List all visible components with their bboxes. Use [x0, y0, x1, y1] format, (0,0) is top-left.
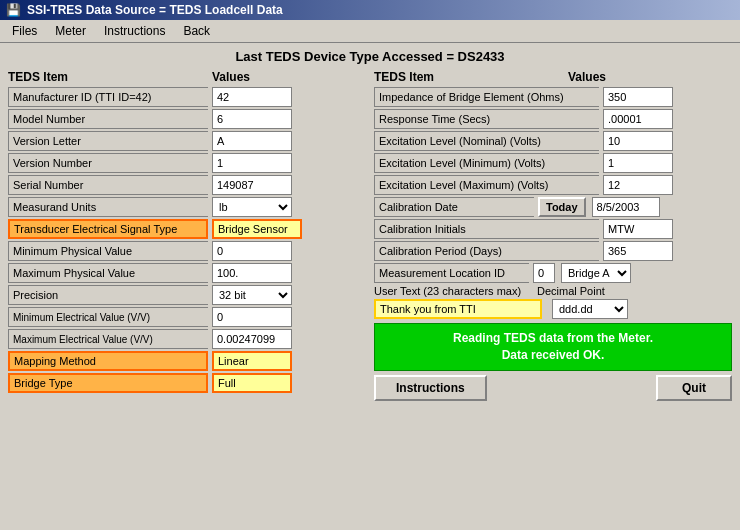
left-label-2: Version Letter — [8, 131, 208, 151]
right-val-0: 350 — [603, 87, 673, 107]
right-row-7: Calibration Period (Days) 365 — [374, 241, 732, 261]
main-content: Last TEDS Device Type Accessed = DS2433 … — [0, 43, 740, 407]
right-val-1: .00001 — [603, 109, 673, 129]
left-val-12: Linear — [212, 351, 292, 371]
columns: TEDS Item Values Manufacturer ID (TTI ID… — [8, 70, 732, 401]
user-text-row: User Text (23 characters max) Decimal Po… — [374, 285, 732, 297]
decimal-select[interactable]: ddd.dddd.dddd.dddd — [552, 299, 628, 319]
precision-select[interactable]: 32 bit16 bit — [212, 285, 292, 305]
measurand-units-select[interactable]: lbkgN — [212, 197, 292, 217]
left-header-item: TEDS Item — [8, 70, 208, 84]
meas-loc-select[interactable]: Bridge ABridge B — [561, 263, 631, 283]
decimal-point-label: Decimal Point — [537, 285, 627, 297]
right-val-3: 1 — [603, 153, 673, 173]
title-text: SSI-TRES Data Source = TEDS Loadcell Dat… — [27, 3, 283, 17]
menu-bar: Files Meter Instructions Back — [0, 20, 740, 43]
right-row-6: Calibration Initials MTW — [374, 219, 732, 239]
left-label-4: Serial Number — [8, 175, 208, 195]
left-label-3: Version Number — [8, 153, 208, 173]
menu-back[interactable]: Back — [175, 22, 218, 40]
right-row-1: Response Time (Secs) .00001 — [374, 109, 732, 129]
left-row-4: Serial Number 149087 — [8, 175, 366, 195]
right-header-value: Values — [568, 70, 732, 84]
left-row-3: Version Number 1 — [8, 153, 366, 173]
left-val-11: 0.00247099 — [212, 329, 292, 349]
left-row-0: Manufacturer ID (TTI ID=42) 42 — [8, 87, 366, 107]
left-val-1: 6 — [212, 109, 292, 129]
right-val-5: 8/5/2003 — [592, 197, 660, 217]
user-text-label: User Text (23 characters max) — [374, 285, 529, 297]
left-label-7: Minimum Physical Value — [8, 241, 208, 261]
left-label-6: Transducer Electrical Signal Type — [8, 219, 208, 239]
right-header-item: TEDS Item — [374, 70, 564, 84]
left-header-value: Values — [212, 70, 366, 84]
left-val-7: 0 — [212, 241, 292, 261]
meas-loc-id-val: 0 — [533, 263, 555, 283]
status-line2: Data received OK. — [381, 347, 725, 364]
left-label-0: Manufacturer ID (TTI ID=42) — [8, 87, 208, 107]
left-row-2: Version Letter A — [8, 131, 366, 151]
left-val-8: 100. — [212, 263, 292, 283]
menu-meter[interactable]: Meter — [47, 22, 94, 40]
status-message: Reading TEDS data from the Meter. Data r… — [374, 323, 732, 371]
left-col: TEDS Item Values Manufacturer ID (TTI ID… — [8, 70, 366, 401]
left-label-11: Maximum Electrical Value (V/V) — [8, 329, 208, 349]
left-row-1: Model Number 6 — [8, 109, 366, 129]
left-label-10: Minimum Electrical Value (V/V) — [8, 307, 208, 327]
left-label-9: Precision — [8, 285, 208, 305]
left-label-5: Measurand Units — [8, 197, 208, 217]
right-label-4: Excitation Level (Maximum) (Volts) — [374, 175, 599, 195]
left-val-13: Full — [212, 373, 292, 393]
title-bar: 💾 SSI-TRES Data Source = TEDS Loadcell D… — [0, 0, 740, 20]
status-line1: Reading TEDS data from the Meter. — [381, 330, 725, 347]
right-row-4: Excitation Level (Maximum) (Volts) 12 — [374, 175, 732, 195]
right-label-7: Calibration Period (Days) — [374, 241, 599, 261]
left-row-7: Minimum Physical Value 0 — [8, 241, 366, 261]
left-label-1: Model Number — [8, 109, 208, 129]
right-label-8: Measurement Location ID — [374, 263, 529, 283]
left-row-10: Minimum Electrical Value (V/V) 0 — [8, 307, 366, 327]
right-val-6: MTW — [603, 219, 673, 239]
right-row-3: Excitation Level (Minimum) (Volts) 1 — [374, 153, 732, 173]
left-header: TEDS Item Values — [8, 70, 366, 84]
user-text-input-row: ddd.dddd.dddd.dddd — [374, 299, 732, 319]
right-label-0: Impedance of Bridge Element (Ohms) — [374, 87, 599, 107]
right-label-3: Excitation Level (Minimum) (Volts) — [374, 153, 599, 173]
quit-button[interactable]: Quit — [656, 375, 732, 401]
right-row-5: Calibration Date Today 8/5/2003 — [374, 197, 732, 217]
right-label-2: Excitation Level (Nominal) (Volts) — [374, 131, 599, 151]
instructions-button[interactable]: Instructions — [374, 375, 487, 401]
today-button[interactable]: Today — [538, 197, 586, 217]
right-label-6: Calibration Initials — [374, 219, 599, 239]
right-header: TEDS Item Values — [374, 70, 732, 84]
left-row-8: Maximum Physical Value 100. — [8, 263, 366, 283]
left-label-13: Bridge Type — [8, 373, 208, 393]
right-row-2: Excitation Level (Nominal) (Volts) 10 — [374, 131, 732, 151]
left-val-6: Bridge Sensor — [212, 219, 302, 239]
menu-files[interactable]: Files — [4, 22, 45, 40]
left-row-13: Bridge Type Full — [8, 373, 366, 393]
left-val-2: A — [212, 131, 292, 151]
right-val-7: 365 — [603, 241, 673, 261]
left-row-9: Precision 32 bit16 bit — [8, 285, 366, 305]
app-icon: 💾 — [6, 3, 21, 17]
left-val-4: 149087 — [212, 175, 292, 195]
right-row-0: Impedance of Bridge Element (Ohms) 350 — [374, 87, 732, 107]
left-row-12: Mapping Method Linear — [8, 351, 366, 371]
user-text-input[interactable] — [374, 299, 542, 319]
left-label-8: Maximum Physical Value — [8, 263, 208, 283]
menu-instructions[interactable]: Instructions — [96, 22, 173, 40]
device-title: Last TEDS Device Type Accessed = DS2433 — [8, 49, 732, 64]
left-row-6: Transducer Electrical Signal Type Bridge… — [8, 219, 366, 239]
left-val-3: 1 — [212, 153, 292, 173]
right-val-2: 10 — [603, 131, 673, 151]
left-val-0: 42 — [212, 87, 292, 107]
right-row-8: Measurement Location ID 0 Bridge ABridge… — [374, 263, 732, 283]
left-row-5: Measurand Units lbkgN — [8, 197, 366, 217]
right-label-1: Response Time (Secs) — [374, 109, 599, 129]
right-col: TEDS Item Values Impedance of Bridge Ele… — [374, 70, 732, 401]
right-label-5: Calibration Date — [374, 197, 534, 217]
left-val-10: 0 — [212, 307, 292, 327]
left-row-11: Maximum Electrical Value (V/V) 0.0024709… — [8, 329, 366, 349]
bottom-buttons: Instructions Quit — [374, 375, 732, 401]
